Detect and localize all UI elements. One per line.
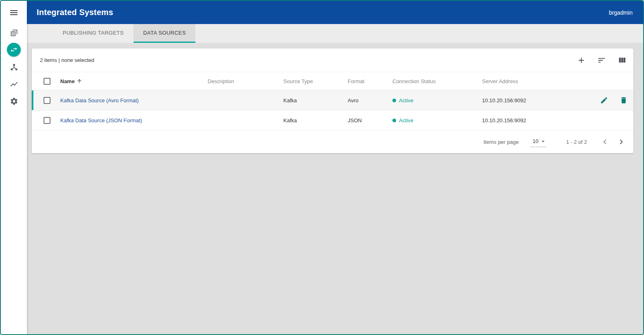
delete-button[interactable] (620, 96, 628, 104)
column-header-server-address: Server Address (482, 78, 598, 84)
user-name: brgadmin (609, 9, 633, 16)
edit-button[interactable] (600, 96, 608, 104)
cell-connection-status: Active (392, 117, 482, 123)
columns-button[interactable] (618, 56, 626, 65)
status-dot (392, 99, 396, 102)
tab-bar: PUBLISHING TARGETS DATA SOURCES (27, 24, 643, 43)
sidebar-item-publishing-targets[interactable] (1, 24, 27, 41)
edit-icon (600, 96, 608, 104)
cell-actions (598, 96, 633, 104)
cell-source-type: Kafka (283, 117, 348, 123)
add-icon (577, 56, 586, 65)
row-name-link[interactable]: Kafka Data Source (JSON Format) (60, 117, 142, 123)
hierarchy-icon (10, 63, 18, 71)
column-header-description: Description (208, 78, 283, 84)
column-header-source-type: Source Type (283, 78, 348, 84)
table-toolbar: 2 items | none selected (32, 48, 633, 72)
sidebar-item-hierarchy[interactable] (1, 58, 27, 75)
page-prev-icon (600, 137, 610, 147)
app-header: Integrated Systems brgadmin (27, 1, 643, 24)
row-name-link[interactable]: Kafka Data Source (Avro Format) (60, 97, 139, 104)
page-next-icon (616, 137, 626, 147)
columns-icon (618, 56, 626, 65)
cell-server-address: 10.10.20.156:9092 (482, 117, 598, 123)
tab-publishing-targets[interactable]: PUBLISHING TARGETS (53, 24, 134, 43)
analytics-icon (10, 80, 18, 88)
settings-icon (10, 97, 18, 106)
column-header-connection-status: Connection Status (392, 78, 482, 84)
status-label: Active (399, 97, 413, 104)
cell-format: Avro (348, 97, 392, 104)
add-button[interactable] (577, 56, 586, 65)
paginator: Items per page 10 1 - 2 of 2 (32, 130, 633, 153)
page-title: Integrated Systems (37, 8, 113, 17)
sidebar-item-analytics[interactable] (1, 75, 27, 93)
sort-icon (597, 56, 606, 65)
row-checkbox-cell (32, 117, 60, 124)
sort-asc-icon (77, 78, 82, 84)
sidebar (1, 1, 27, 334)
status-dot (392, 119, 396, 122)
tab-data-sources[interactable]: DATA SOURCES (134, 24, 196, 43)
page-range-label: 1 - 2 of 2 (566, 139, 587, 145)
data-sources-card: 2 items | none selected (32, 48, 633, 153)
cell-name: Kafka Data Source (JSON Format) (60, 117, 208, 123)
publishing-targets-icon (10, 29, 18, 37)
sidebar-item-data-sources[interactable] (1, 41, 27, 58)
cell-source-type: Kafka (283, 97, 348, 104)
content-area: 2 items | none selected (27, 43, 643, 334)
table-row[interactable]: Kafka Data Source (Avro Format) Kafka Av… (32, 90, 633, 110)
table-header-row: Name Description Source Type Format Conn… (32, 72, 633, 90)
sidebar-nav (1, 24, 27, 110)
items-per-page-label: Items per page (484, 139, 519, 145)
main-column: Integrated Systems brgadmin PUBLISHING T… (27, 1, 643, 334)
row-checkbox[interactable] (44, 117, 50, 124)
status-label: Active (399, 117, 413, 123)
row-checkbox-cell (32, 97, 60, 104)
next-page-button[interactable] (613, 137, 629, 147)
header-checkbox-cell (32, 78, 60, 85)
cell-name: Kafka Data Source (Avro Format) (60, 97, 208, 104)
cell-format: JSON (348, 117, 392, 123)
data-sources-icon (7, 43, 21, 57)
cell-server-address: 10.10.20.156:9092 (482, 97, 598, 104)
sort-button[interactable] (597, 56, 606, 65)
table-row[interactable]: Kafka Data Source (JSON Format) Kafka JS… (32, 110, 633, 130)
select-all-checkbox[interactable] (44, 78, 50, 85)
row-checkbox[interactable] (44, 97, 50, 104)
column-header-format: Format (348, 78, 392, 84)
items-per-page-select[interactable]: 10 (530, 137, 546, 147)
items-per-page-value: 10 (532, 138, 538, 144)
toolbar-actions (577, 56, 626, 65)
menu-icon[interactable] (1, 1, 27, 24)
cell-connection-status: Active (392, 97, 482, 104)
column-header-name[interactable]: Name (60, 78, 208, 84)
delete-icon (620, 96, 628, 104)
previous-page-button[interactable] (597, 137, 613, 147)
select-caret-icon (539, 138, 547, 145)
app-window: Integrated Systems brgadmin PUBLISHING T… (0, 0, 644, 335)
sidebar-item-settings[interactable] (1, 93, 27, 110)
selection-summary: 2 items | none selected (40, 57, 94, 63)
